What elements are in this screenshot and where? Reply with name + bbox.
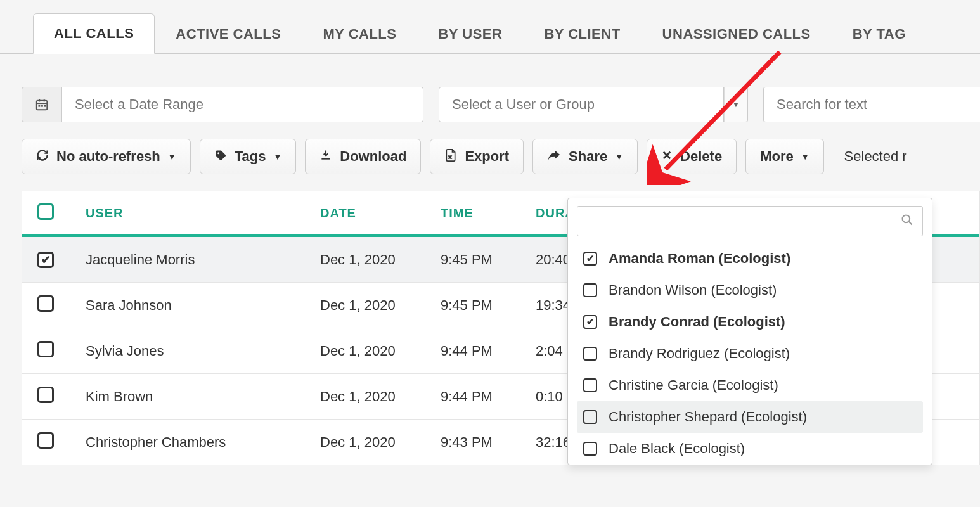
item-label: Brandy Conrad (Ecologist) [609,314,785,330]
svg-point-7 [217,152,219,154]
tag-icon [214,149,227,165]
share-user-item[interactable]: Amanda Roman (Ecologist) [577,243,923,274]
svg-rect-6 [44,105,46,107]
filters-row: Select a Date Range Select a User or Gro… [0,54,980,122]
item-label: Brandon Wilson (Ecologist) [609,282,777,298]
cell-date: Dec 1, 2020 [320,297,441,314]
tab-by-tag[interactable]: BY TAG [832,14,927,54]
share-user-list[interactable]: Amanda Roman (Ecologist) Brandon Wilson … [577,243,923,465]
more-button[interactable]: More ▼ [745,139,823,174]
col-time[interactable]: TIME [441,206,536,221]
item-label: Christopher Shepard (Ecologist) [609,409,807,425]
tags-label: Tags [235,148,266,165]
tab-active-calls[interactable]: ACTIVE CALLS [155,14,302,54]
caret-down-icon: ▼ [801,152,809,162]
caret-down-icon: ▼ [168,152,176,162]
refresh-icon [36,149,49,165]
export-file-icon: x [444,148,457,165]
share-search-row [577,206,923,236]
cell-date: Dec 1, 2020 [320,343,441,359]
row-checkbox[interactable] [37,252,54,268]
cell-date: Dec 1, 2020 [320,434,441,451]
cell-user: Christopher Chambers [86,434,320,451]
cell-user: Jacqueline Morris [86,252,320,268]
tab-all-calls[interactable]: ALL CALLS [33,13,155,54]
row-checkbox[interactable] [37,295,54,312]
share-user-item[interactable]: Christine Garcia (Ecologist) [577,369,923,401]
item-label: Amanda Roman (Ecologist) [609,250,790,267]
refresh-button[interactable]: No auto-refresh ▼ [22,139,191,174]
cell-date: Dec 1, 2020 [320,252,441,268]
item-checkbox[interactable] [583,347,597,361]
share-label: Share [569,148,607,165]
selected-count-label: Selected r [844,148,907,165]
chevron-down-icon[interactable]: ▼ [724,87,748,122]
tab-my-calls[interactable]: MY CALLS [302,14,417,54]
svg-rect-5 [41,105,43,107]
share-dropdown: Amanda Roman (Ecologist) Brandon Wilson … [567,198,932,465]
refresh-label: No auto-refresh [56,148,160,165]
caret-down-icon: ▼ [273,152,281,162]
row-checkbox[interactable] [37,387,54,403]
row-checkbox[interactable] [37,341,54,357]
col-date[interactable]: DATE [320,206,441,221]
search-icon [901,214,913,229]
cell-user: Kim Brown [86,388,320,405]
tabs-bar: ALL CALLS ACTIVE CALLS MY CALLS BY USER … [0,0,980,54]
item-checkbox[interactable] [583,442,597,456]
date-range-input[interactable]: Select a Date Range [62,87,423,122]
delete-button[interactable]: Delete [647,139,737,174]
svg-text:x: x [449,154,452,160]
share-user-item[interactable]: Dale Black (Ecologist) [577,433,923,465]
close-icon [661,150,673,164]
svg-line-12 [909,221,912,224]
item-label: Brandy Rodriguez (Ecologist) [609,345,790,362]
caret-down-icon: ▼ [615,152,623,162]
more-label: More [760,148,794,165]
item-checkbox[interactable] [583,378,597,392]
share-user-item[interactable]: Brandy Conrad (Ecologist) [577,306,923,338]
select-all-cell [22,203,86,222]
item-label: Christine Garcia (Ecologist) [609,377,778,394]
item-checkbox[interactable] [583,252,597,266]
tab-by-client[interactable]: BY CLIENT [523,14,641,54]
cell-user: Sylvia Jones [86,343,320,359]
share-user-item[interactable]: Brandy Rodriguez (Ecologist) [577,338,923,369]
download-label: Download [340,148,406,165]
col-user[interactable]: USER [86,206,320,221]
export-label: Export [465,148,509,165]
user-group-input[interactable]: Select a User or Group [439,87,724,122]
select-all-checkbox[interactable] [37,203,54,220]
search-text-input[interactable]: Search for text [763,87,980,122]
download-button[interactable]: Download [305,139,421,174]
share-user-item[interactable]: Brandon Wilson (Ecologist) [577,274,923,306]
tab-by-user[interactable]: BY USER [417,14,523,54]
cell-time: 9:45 PM [441,297,536,314]
user-group-select: Select a User or Group ▼ [439,87,748,122]
download-icon [319,149,332,165]
export-button[interactable]: x Export [430,139,524,174]
item-checkbox[interactable] [583,315,597,329]
tab-unassigned-calls[interactable]: UNASSIGNED CALLS [642,14,832,54]
share-button[interactable]: Share ▼ [532,139,638,174]
svg-rect-4 [39,105,41,107]
svg-rect-0 [37,101,48,110]
delete-label: Delete [680,148,722,165]
share-search-input[interactable] [586,214,894,229]
actions-row: No auto-refresh ▼ Tags ▼ Download x Expo… [0,122,980,174]
svg-point-11 [903,215,910,222]
date-range-group: Select a Date Range [22,87,423,122]
cell-time: 9:44 PM [441,388,536,405]
share-user-item[interactable]: Christopher Shepard (Ecologist) [577,401,923,433]
row-checkbox[interactable] [37,432,54,449]
calendar-icon [22,87,62,122]
item-checkbox[interactable] [583,410,597,424]
share-icon [547,149,561,165]
cell-time: 9:45 PM [441,252,536,268]
cell-date: Dec 1, 2020 [320,388,441,405]
cell-time: 9:43 PM [441,434,536,451]
cell-user: Sara Johnson [86,297,320,314]
item-label: Dale Black (Ecologist) [609,440,745,457]
item-checkbox[interactable] [583,283,597,297]
tags-button[interactable]: Tags ▼ [200,139,297,174]
